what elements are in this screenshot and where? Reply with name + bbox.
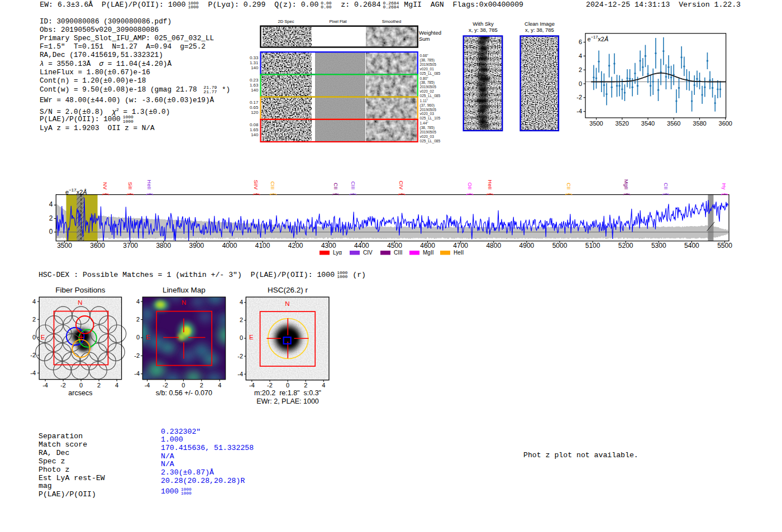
svg-text:{: { (721, 193, 729, 195)
svg-text:{: { (565, 193, 573, 195)
svg-text:NV: NV (102, 182, 108, 190)
svg-text:SiII: SiII (127, 182, 133, 190)
svg-text:HeII: HeII (487, 180, 493, 189)
svg-text:{: { (350, 193, 357, 195)
svg-text:CIII: CIII (270, 181, 276, 190)
svg-text:{: { (332, 193, 340, 195)
svg-text:HeII: HeII (146, 180, 152, 189)
svg-text:{: { (466, 193, 474, 195)
svg-text:{: { (623, 193, 631, 195)
svg-text:{: { (253, 193, 261, 195)
svg-text:SiIV: SiIV (253, 180, 259, 190)
svg-text:{: { (487, 193, 494, 195)
svg-text:{: { (270, 193, 278, 195)
svg-text:CIII: CIII (350, 181, 356, 190)
svg-text:CII: CII (663, 183, 669, 189)
svg-text:OII: OII (467, 183, 473, 190)
svg-text:{: { (146, 193, 154, 195)
svg-text:{: { (102, 193, 110, 195)
svg-text:CIV: CIV (398, 181, 404, 190)
svg-text:MgII: MgII (623, 179, 630, 189)
svg-text:Hγ: Hγ (721, 183, 727, 190)
svg-text:CII: CII (333, 183, 339, 189)
svg-text:{: { (127, 193, 135, 195)
svg-text:{: { (662, 193, 670, 195)
svg-text:CII: CII (566, 183, 572, 189)
svg-text:{: { (398, 193, 406, 195)
